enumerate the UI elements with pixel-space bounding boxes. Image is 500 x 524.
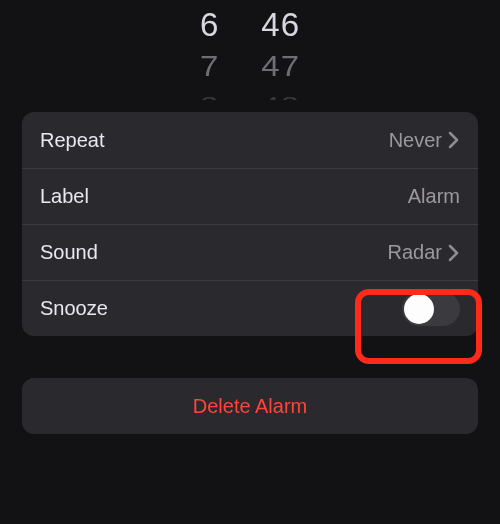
minute-option: 47 [261, 50, 300, 81]
delete-alarm-label: Delete Alarm [193, 395, 308, 418]
delete-alarm-button[interactable]: Delete Alarm [22, 378, 478, 434]
label-value: Alarm [408, 185, 460, 208]
sound-value: Radar [388, 241, 442, 264]
snooze-label: Snooze [40, 297, 108, 320]
chevron-right-icon [448, 244, 460, 262]
snooze-row: Snooze [22, 280, 478, 336]
minute-option: 48 [261, 94, 300, 100]
label-label: Label [40, 185, 89, 208]
label-row[interactable]: Label Alarm [22, 168, 478, 224]
hour-option: 7 [200, 50, 219, 81]
settings-list: Repeat Never Label Alarm Sound Radar Sno… [22, 112, 478, 336]
snooze-toggle[interactable] [402, 292, 460, 326]
repeat-row[interactable]: Repeat Never [22, 112, 478, 168]
chevron-right-icon [448, 131, 460, 149]
time-picker[interactable]: 6 7 8 46 47 48 [0, 0, 500, 100]
sound-row[interactable]: Sound Radar [22, 224, 478, 280]
toggle-knob [404, 294, 434, 324]
minute-column[interactable]: 46 47 48 [261, 8, 300, 100]
repeat-label: Repeat [40, 129, 105, 152]
minute-option: 46 [261, 8, 300, 43]
hour-column[interactable]: 6 7 8 [200, 8, 219, 100]
hour-option: 6 [200, 8, 219, 43]
hour-option: 8 [200, 94, 219, 100]
repeat-value: Never [389, 129, 442, 152]
sound-label: Sound [40, 241, 98, 264]
